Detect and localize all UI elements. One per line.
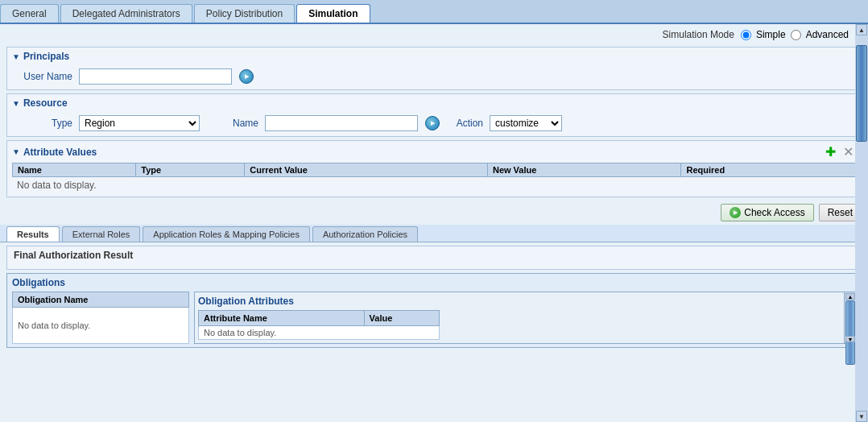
attribute-values-title: Attribute Values: [23, 147, 97, 158]
attr-col-type: Type: [136, 163, 245, 177]
attribute-values-table: Name Type Current Value New Value Requir…: [12, 163, 856, 177]
principals-row: User Name: [12, 67, 856, 86]
inner-scroll-up[interactable]: ▲: [845, 293, 855, 300]
obligation-attrs-no-data: No data to display.: [199, 326, 440, 340]
principals-title: Principals: [23, 51, 69, 62]
top-tab-bar: General Delegated Administrators Policy …: [0, 0, 868, 24]
resource-collapse-arrow[interactable]: ▼: [12, 99, 20, 108]
remove-attribute-button[interactable]: ✕: [841, 144, 856, 159]
scroll-track: [856, 37, 867, 409]
simulation-mode-label: Simulation Mode: [663, 29, 734, 40]
attr-col-new-value: New Value: [487, 163, 681, 177]
simple-radio[interactable]: [741, 30, 751, 40]
check-access-label: Check Access: [744, 207, 804, 218]
obligation-attrs-title: Obligation Attributes: [198, 296, 852, 307]
inner-scroll-thumb[interactable]: [845, 300, 855, 365]
action-row: ▶ Check Access Reset: [0, 201, 868, 225]
attr-col-name: Name: [13, 163, 136, 177]
result-tab-app-roles[interactable]: Application Roles & Mapping Policies: [143, 226, 310, 242]
final-auth-label: Final Authorization Result: [14, 250, 854, 261]
tab-policy-distribution[interactable]: Policy Distribution: [194, 4, 295, 23]
attr-action-icons: ✚ ✕: [823, 144, 856, 159]
inner-scrollbar[interactable]: ▲ ▼: [844, 292, 855, 343]
principals-collapse-arrow[interactable]: ▼: [12, 52, 20, 61]
resource-type-select[interactable]: Region: [79, 115, 200, 131]
attribute-values-no-data: No data to display.: [12, 177, 856, 193]
inner-scroll-down[interactable]: ▼: [845, 336, 855, 342]
obligations-section: Obligations Obligation Name No data to d…: [6, 273, 862, 348]
attribute-values-section: ▼ Attribute Values ✚ ✕ Name Type Current…: [6, 140, 862, 197]
result-tab-external-roles[interactable]: External Roles: [62, 226, 141, 242]
results-content: Final Authorization Result: [6, 246, 862, 270]
lookup-circle-icon: [239, 69, 254, 84]
obligation-attrs-table: Attribute Name Value No data to display.: [198, 310, 440, 340]
tab-delegated-administrators[interactable]: Delegated Administrators: [60, 4, 192, 23]
attr-collapse-arrow[interactable]: ▼: [12, 147, 20, 156]
user-name-input[interactable]: [79, 68, 232, 85]
simulation-mode-bar: Simulation Mode Simple Advanced: [0, 24, 868, 43]
resource-section: ▼ Resource Type Region Name Action custo…: [6, 93, 862, 137]
resource-name-lookup-button[interactable]: [424, 115, 440, 131]
tab-general[interactable]: General: [0, 4, 59, 23]
obligation-name-table: Obligation Name No data to display.: [12, 292, 189, 344]
results-tabs-bar: Results External Roles Application Roles…: [0, 225, 868, 242]
advanced-radio[interactable]: [791, 30, 801, 40]
action-label: Action: [447, 118, 483, 129]
obligation-name-col: Obligation Name: [13, 292, 189, 308]
simple-label: Simple: [756, 29, 786, 40]
attribute-values-title-row: ▼ Attribute Values: [12, 147, 97, 158]
resource-lookup-circle-icon: [425, 116, 440, 130]
main-scrollbar[interactable]: ▲ ▼: [855, 24, 868, 422]
resource-header: ▼ Resource: [12, 97, 856, 109]
resource-type-label: Type: [20, 118, 72, 129]
obligation-attributes-panel: Obligation Attributes Attribute Name Val…: [194, 292, 856, 344]
action-select[interactable]: customize view edit delete: [490, 115, 562, 131]
result-tab-results[interactable]: Results: [6, 226, 60, 242]
attr-name-col-header: Attribute Name: [199, 311, 365, 326]
obligation-no-data: No data to display.: [13, 308, 189, 344]
resource-row: Type Region Name Action customize view e…: [12, 114, 856, 133]
principals-header: ▼ Principals: [12, 51, 856, 62]
scroll-down-arrow[interactable]: ▼: [856, 411, 867, 422]
attr-col-current-value: Current Value: [245, 163, 488, 177]
obligations-inner: Obligation Name No data to display. Obli…: [12, 292, 856, 344]
user-name-label: User Name: [20, 71, 72, 82]
principals-section: ▼ Principals User Name: [6, 47, 862, 90]
advanced-label: Advanced: [806, 29, 849, 40]
check-access-button[interactable]: ▶ Check Access: [721, 204, 813, 221]
resource-name-label: Name: [206, 118, 258, 129]
scroll-thumb[interactable]: [856, 45, 867, 142]
check-access-play-icon: ▶: [730, 207, 741, 218]
main-content: Simulation Mode Simple Advanced ▼ Princi…: [0, 24, 868, 422]
add-attribute-button[interactable]: ✚: [823, 144, 838, 159]
tab-simulation[interactable]: Simulation: [296, 4, 370, 23]
resource-name-input[interactable]: [265, 115, 418, 131]
resource-title: Resource: [23, 97, 68, 109]
attribute-values-header: ▼ Attribute Values ✚ ✕: [12, 144, 856, 159]
attr-col-required: Required: [681, 163, 856, 177]
simulation-mode-radio-group: Simple Advanced: [741, 29, 849, 40]
value-col-header: Value: [364, 311, 439, 326]
result-tab-auth-policies[interactable]: Authorization Policies: [312, 226, 418, 242]
user-name-lookup-button[interactable]: [238, 68, 254, 85]
obligations-title: Obligations: [12, 277, 856, 288]
scroll-up-arrow[interactable]: ▲: [856, 24, 867, 35]
